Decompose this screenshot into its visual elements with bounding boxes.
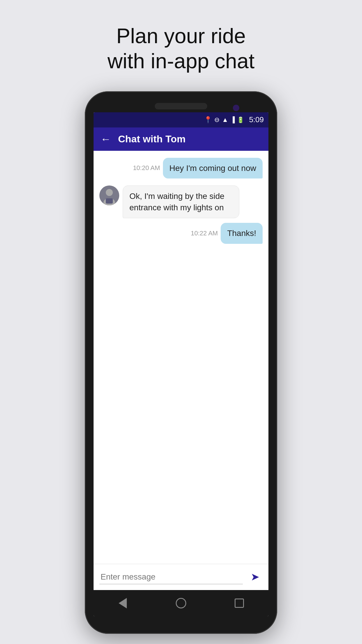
message-input[interactable] bbox=[99, 570, 243, 584]
status-time: 5:09 bbox=[249, 115, 264, 124]
input-bar: ➤ bbox=[94, 564, 268, 590]
phone-nav-bar bbox=[94, 590, 268, 616]
back-button[interactable]: ← bbox=[101, 133, 111, 145]
message-row-2: Ok, I'm waiting by the side entrance wit… bbox=[99, 186, 263, 218]
nav-home-button[interactable] bbox=[174, 596, 188, 610]
status-icons: 📍 ⊖ ▲ ▐ 🔋 5:09 bbox=[204, 115, 264, 124]
svg-rect-3 bbox=[106, 198, 113, 204]
phone-screen: 📍 ⊖ ▲ ▐ 🔋 5:09 ← Chat with Tom bbox=[94, 112, 268, 616]
nav-recents-button[interactable] bbox=[232, 596, 247, 610]
send-button[interactable]: ➤ bbox=[247, 569, 263, 584]
message-row-1: 10:20 AM Hey I'm coming out now bbox=[99, 158, 263, 178]
signal-icon: ▐ bbox=[231, 116, 235, 123]
page-title: Plan your ride with in-app chat bbox=[108, 23, 254, 74]
chat-area: 10:20 AM Hey I'm coming out now bbox=[94, 151, 268, 564]
msg3-bubble: Thanks! bbox=[221, 223, 263, 244]
wifi-icon: ▲ bbox=[222, 116, 228, 124]
dnd-icon: ⊖ bbox=[214, 116, 219, 124]
message-row-3: 10:22 AM Thanks! bbox=[99, 223, 263, 244]
msg3-timestamp: 10:22 AM bbox=[191, 230, 218, 237]
app-bar: ← Chat with Tom bbox=[94, 127, 268, 151]
recents-square-icon bbox=[235, 598, 244, 608]
back-triangle-icon bbox=[119, 598, 127, 608]
page-wrapper: Plan your ride with in-app chat 📍 ⊖ ▲ ▐ bbox=[0, 0, 362, 634]
send-icon: ➤ bbox=[251, 571, 259, 583]
avatar bbox=[99, 186, 119, 205]
msg2-bubble: Ok, I'm waiting by the side entrance wit… bbox=[123, 186, 239, 218]
phone-camera bbox=[233, 105, 239, 111]
phone-shell: 📍 ⊖ ▲ ▐ 🔋 5:09 ← Chat with Tom bbox=[85, 91, 277, 634]
phone-speaker bbox=[155, 103, 207, 109]
msg1-bubble: Hey I'm coming out now bbox=[163, 158, 263, 178]
home-circle-icon bbox=[176, 598, 186, 608]
location-icon: 📍 bbox=[204, 116, 212, 124]
status-bar: 📍 ⊖ ▲ ▐ 🔋 5:09 bbox=[94, 112, 268, 127]
phone-bottom-padding bbox=[85, 616, 277, 634]
app-bar-title: Chat with Tom bbox=[118, 133, 186, 145]
battery-icon: 🔋 bbox=[237, 116, 244, 123]
msg1-timestamp: 10:20 AM bbox=[133, 164, 160, 172]
nav-back-button[interactable] bbox=[115, 596, 130, 610]
svg-point-1 bbox=[106, 189, 113, 196]
